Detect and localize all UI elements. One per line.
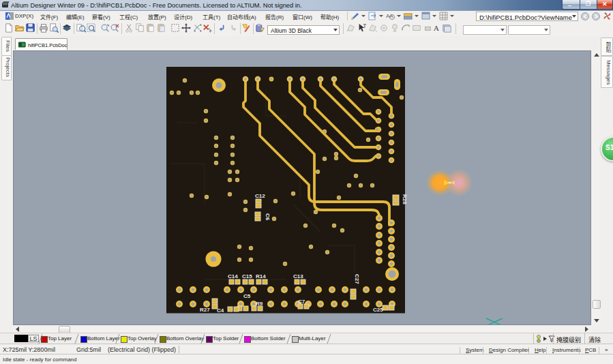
svg-text:R28: R28 [402,194,408,204]
svg-text:C27: C27 [354,274,360,284]
svg-text:C7: C7 [298,299,305,305]
svg-text:C5: C5 [243,293,251,299]
svg-text:C25: C25 [373,307,383,313]
svg-text:R9: R9 [256,301,263,307]
svg-text:R14: R14 [256,273,266,279]
svg-text:C6: C6 [265,213,271,221]
svg-text:C12: C12 [255,193,265,199]
svg-text:C4: C4 [217,307,224,314]
svg-text:C14: C14 [228,273,238,279]
svg-text:R27: R27 [200,307,210,313]
svg-text:C15: C15 [242,273,252,279]
svg-text:C13: C13 [293,273,303,279]
